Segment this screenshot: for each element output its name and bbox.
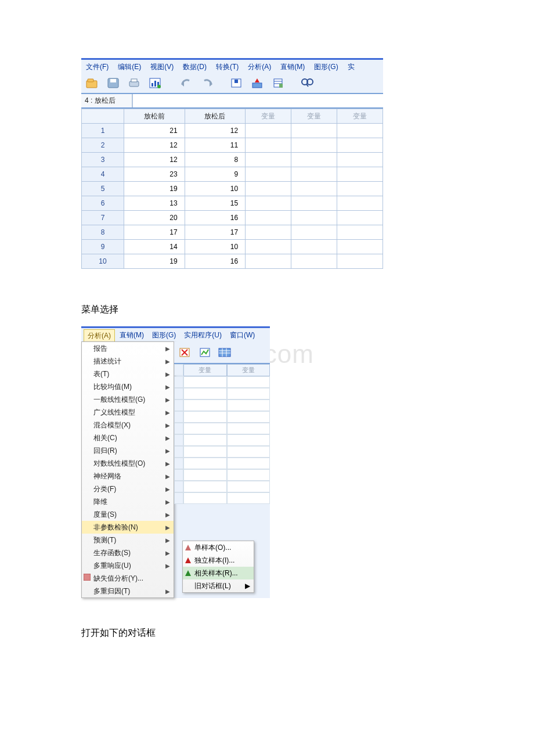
table-row[interactable]: 51910 <box>82 182 383 196</box>
submenu-item[interactable]: 独立样本(I)... <box>183 554 254 567</box>
dropdown-item[interactable]: 报告▶ <box>82 342 174 355</box>
cell-empty[interactable] <box>246 124 291 138</box>
mini-cell[interactable] <box>183 434 227 446</box>
cell-empty[interactable] <box>246 211 291 225</box>
mini-cell[interactable] <box>227 458 270 469</box>
cell-before[interactable]: 19 <box>124 182 185 196</box>
cell-empty[interactable] <box>337 196 383 211</box>
print-icon[interactable] <box>125 75 143 91</box>
menu2-utilities[interactable]: 实用程序(U) <box>181 329 225 342</box>
table-row[interactable]: 81717 <box>82 225 383 240</box>
table-row[interactable]: 72016 <box>82 211 383 225</box>
mini-cell[interactable] <box>183 411 227 423</box>
dropdown-item[interactable]: 缺失值分析(Y)... <box>82 572 174 585</box>
menu2-direct-marketing[interactable]: 直销(M) <box>116 329 147 342</box>
row-number[interactable]: 3 <box>82 153 124 167</box>
mini-cell[interactable] <box>227 411 270 423</box>
menu-file[interactable]: 文件(F) <box>82 61 112 73</box>
col-var3[interactable]: 变量 <box>337 109 383 124</box>
toolbar2-icon1[interactable] <box>176 344 194 361</box>
mini-cell[interactable] <box>183 376 227 388</box>
col-var1[interactable]: 变量 <box>246 109 291 124</box>
mini-cell[interactable] <box>227 481 270 492</box>
mini-col-var1[interactable]: 变量 <box>183 364 227 376</box>
cell-after[interactable]: 17 <box>185 225 246 240</box>
find-icon[interactable] <box>298 75 316 91</box>
cell-after[interactable]: 12 <box>185 124 246 138</box>
menu2-window[interactable]: 窗口(W) <box>226 329 258 342</box>
cell-before[interactable]: 23 <box>124 167 185 182</box>
cell-empty[interactable] <box>291 240 337 254</box>
dropdown-item[interactable]: 比较均值(M)▶ <box>82 380 174 393</box>
row-number[interactable]: 6 <box>82 196 124 211</box>
chart-icon[interactable] <box>146 75 164 91</box>
toolbar2-icon3[interactable] <box>216 344 233 361</box>
mini-cell[interactable] <box>227 399 270 411</box>
cell-empty[interactable] <box>246 225 291 240</box>
mini-cell[interactable] <box>183 446 227 458</box>
mini-cell[interactable] <box>183 481 227 492</box>
cell-after[interactable]: 16 <box>185 254 246 269</box>
mini-cell[interactable] <box>227 434 270 446</box>
cell-after[interactable]: 10 <box>185 240 246 254</box>
mini-cell[interactable] <box>183 388 227 399</box>
toolbar2-icon2[interactable] <box>196 344 214 361</box>
mini-cell[interactable] <box>183 399 227 411</box>
mini-cell[interactable] <box>227 423 270 434</box>
row-number[interactable]: 1 <box>82 124 124 138</box>
cell-empty[interactable] <box>291 254 337 269</box>
variables-icon[interactable] <box>248 75 266 91</box>
mini-cell[interactable] <box>227 388 270 399</box>
cell-empty[interactable] <box>337 211 383 225</box>
menu-analyze[interactable]: 分析(A) <box>244 61 275 73</box>
table-row[interactable]: 12112 <box>82 124 383 138</box>
mini-cell[interactable] <box>227 469 270 481</box>
dropdown-item[interactable]: 混合模型(X)▶ <box>82 419 174 431</box>
dropdown-item[interactable]: 神经网络▶ <box>82 470 174 483</box>
cell-after[interactable]: 10 <box>185 182 246 196</box>
cell-empty[interactable] <box>337 138 383 153</box>
mini-cell[interactable] <box>183 492 227 504</box>
cell-empty[interactable] <box>246 182 291 196</box>
submenu-item[interactable]: 单样本(O)... <box>183 541 254 554</box>
cell-before[interactable]: 20 <box>124 211 185 225</box>
menu-data[interactable]: 数据(D) <box>179 61 210 73</box>
table-row[interactable]: 61315 <box>82 196 383 211</box>
cell-empty[interactable] <box>246 240 291 254</box>
cell-after[interactable]: 11 <box>185 138 246 153</box>
row-number[interactable]: 8 <box>82 225 124 240</box>
row-number[interactable]: 2 <box>82 138 124 153</box>
cell-before[interactable]: 14 <box>124 240 185 254</box>
cell-empty[interactable] <box>246 254 291 269</box>
cell-empty[interactable] <box>337 124 383 138</box>
submenu-item[interactable]: 相关样本(R)... <box>183 567 254 579</box>
cell-empty[interactable] <box>291 225 337 240</box>
goto-case-icon[interactable] <box>228 75 245 91</box>
dropdown-item[interactable]: 相关(C)▶ <box>82 431 174 444</box>
dropdown-item[interactable]: 分类(F)▶ <box>82 483 174 495</box>
select-cases-icon[interactable] <box>269 75 287 91</box>
cell-empty[interactable] <box>246 153 291 167</box>
dropdown-item[interactable]: 度量(S)▶ <box>82 508 174 521</box>
dropdown-item[interactable]: 一般线性模型(G)▶ <box>82 393 174 406</box>
cell-before[interactable]: 19 <box>124 254 185 269</box>
dropdown-item[interactable]: 生存函数(S)▶ <box>82 546 174 559</box>
menu-view[interactable]: 视图(V) <box>147 61 177 73</box>
row-number[interactable]: 9 <box>82 240 124 254</box>
dropdown-item[interactable]: 对数线性模型(O)▶ <box>82 457 174 470</box>
mini-cell[interactable] <box>227 446 270 458</box>
dropdown-item[interactable]: 广义线性模型▶ <box>82 406 174 419</box>
menu2-graphs[interactable]: 图形(G) <box>149 329 179 342</box>
table-row[interactable]: 101916 <box>82 254 383 269</box>
dropdown-item[interactable]: 非参数检验(N)▶ <box>82 521 174 534</box>
cell-value-input[interactable] <box>132 94 383 107</box>
redo-icon[interactable] <box>199 75 216 91</box>
cell-after[interactable]: 8 <box>185 153 246 167</box>
cell-empty[interactable] <box>291 138 337 153</box>
dropdown-item[interactable]: 降维▶ <box>82 495 174 508</box>
cell-empty[interactable] <box>246 138 291 153</box>
col-var2[interactable]: 变量 <box>291 109 337 124</box>
menu-transform[interactable]: 转换(T) <box>212 61 242 73</box>
row-number[interactable]: 5 <box>82 182 124 196</box>
menu-direct-marketing[interactable]: 直销(M) <box>277 61 308 73</box>
